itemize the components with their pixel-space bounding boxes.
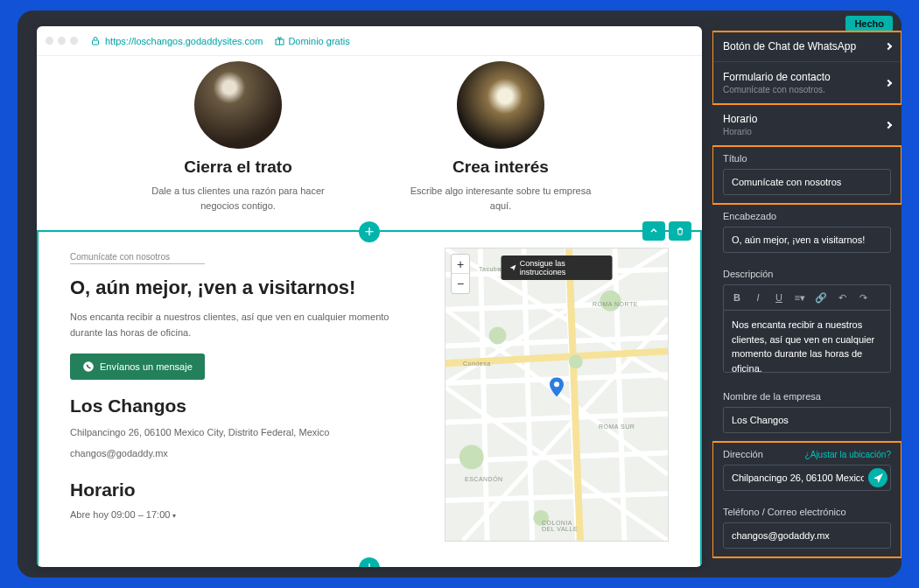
underline-button[interactable]: U — [769, 289, 789, 306]
done-button[interactable]: Hecho — [845, 16, 893, 32]
lock-icon — [91, 37, 100, 46]
feature-card: Crea interés Escribe algo interesante so… — [409, 61, 593, 213]
section-subtitle: Comunícate con nosotros — [70, 252, 205, 264]
section-collapse-button[interactable] — [642, 221, 665, 241]
panel-contact-form[interactable]: Formulario de contacto Comunícate con no… — [712, 62, 901, 104]
link-button[interactable]: 🔗 — [811, 289, 831, 306]
business-email: changos@godaddy.mx — [70, 448, 418, 458]
field-description: Descripción B I U ≡▾ 🔗 ↶ ↷ — [712, 262, 901, 384]
italic-button[interactable]: I — [748, 289, 768, 306]
address-bar: https://loschangos.godaddysites.com — [91, 36, 263, 46]
card-text: Escribe algo interesante sobre tu empres… — [409, 184, 593, 213]
svg-point-7 — [460, 445, 484, 470]
chevron-right-icon — [885, 121, 892, 128]
window-dot — [58, 37, 66, 45]
field-label: Encabezado — [723, 211, 891, 221]
header-input[interactable] — [723, 227, 891, 253]
contact-section[interactable]: + Comunícate con nosotros O, aún mejor, … — [37, 230, 702, 567]
section-delete-button[interactable] — [669, 221, 691, 241]
hours-line: Abre hoy 09:00 – 17:00 ▾ — [70, 509, 418, 520]
richtext-toolbar: B I U ≡▾ 🔗 ↶ ↷ — [723, 284, 891, 310]
field-label: Dirección — [723, 449, 763, 459]
chevron-right-icon — [885, 43, 892, 50]
section-description: Nos encanta recibir a nuestros clientes,… — [70, 310, 418, 340]
map[interactable]: Tacubaya ROMA NORTE Condesa ROMA SUR ESC… — [445, 248, 669, 542]
hours-heading: Horario — [70, 480, 418, 500]
field-header: Encabezado — [712, 204, 901, 262]
editor-sidebar: Hecho Botón de Chat de WhatsApp Formular… — [712, 10, 901, 578]
field-label: Nombre de la empresa — [723, 391, 891, 402]
add-section-button[interactable]: + — [359, 557, 380, 567]
feature-card: Cierra el trato Dale a tus clientes una … — [146, 61, 330, 213]
adjust-location-link[interactable]: ¿Ajustar la ubicación? — [805, 450, 891, 459]
svg-point-5 — [489, 327, 507, 345]
field-label: Teléfono / Correo electrónico — [723, 507, 891, 517]
field-label: Título — [723, 153, 891, 164]
preview-browser: https://loschangos.godaddysites.com Domi… — [37, 26, 702, 567]
panel-whatsapp[interactable]: Botón de Chat de WhatsApp — [712, 32, 901, 62]
zoom-out-button[interactable]: − — [452, 274, 469, 293]
redo-button[interactable]: ↷ — [853, 289, 873, 306]
directions-button[interactable]: Consigue las instrucciones — [502, 256, 613, 280]
bold-button[interactable]: B — [727, 289, 747, 306]
whatsapp-icon — [82, 360, 95, 373]
locate-button[interactable] — [868, 468, 887, 487]
title-input[interactable] — [723, 169, 891, 195]
address-input[interactable] — [723, 465, 891, 491]
map-zoom-control: + − — [451, 254, 470, 294]
panel-schedule[interactable]: Horario Horario — [712, 104, 901, 146]
window-dot — [46, 37, 53, 45]
business-name-input[interactable] — [723, 407, 891, 433]
svg-point-9 — [569, 354, 583, 368]
undo-button[interactable]: ↶ — [832, 289, 852, 306]
map-pin-icon — [550, 377, 564, 396]
field-address: Dirección ¿Ajustar la ubicación? — [712, 442, 901, 500]
phone-email-input[interactable] — [723, 522, 891, 549]
card-title: Crea interés — [409, 158, 593, 177]
chevron-right-icon — [885, 79, 892, 86]
business-name: Los Changos — [70, 396, 418, 416]
add-section-button[interactable]: + — [359, 221, 380, 242]
field-phone-email: Teléfono / Correo electrónico — [712, 500, 901, 557]
locate-icon — [873, 473, 883, 483]
svg-rect-0 — [93, 40, 99, 45]
section-heading: O, aún mejor, ¡ven a visitarnos! — [70, 276, 418, 299]
gift-icon — [275, 36, 284, 46]
field-title: Título — [712, 146, 901, 204]
zoom-in-button[interactable]: + — [452, 255, 469, 274]
window-dot — [70, 37, 78, 45]
free-domain-link[interactable]: Dominio gratis — [275, 36, 349, 46]
svg-point-10 — [554, 382, 559, 387]
list-button[interactable]: ≡▾ — [790, 289, 810, 306]
browser-bar: https://loschangos.godaddysites.com Domi… — [37, 26, 702, 56]
card-text: Dale a tus clientes una razón para hacer… — [146, 184, 330, 213]
card-title: Cierra el trato — [146, 158, 330, 177]
description-textarea[interactable] — [723, 310, 891, 373]
card-image — [457, 61, 544, 149]
directions-icon — [510, 264, 516, 271]
whatsapp-button[interactable]: Envíanos un mensaje — [70, 354, 205, 380]
business-address: Chilpancingo 26, 06100 Mexico City, Dist… — [70, 427, 418, 438]
card-image — [194, 61, 282, 149]
field-business-name: Nombre de la empresa — [712, 384, 901, 442]
url-text: https://loschangos.godaddysites.com — [105, 36, 263, 46]
field-label: Descripción — [723, 269, 891, 279]
